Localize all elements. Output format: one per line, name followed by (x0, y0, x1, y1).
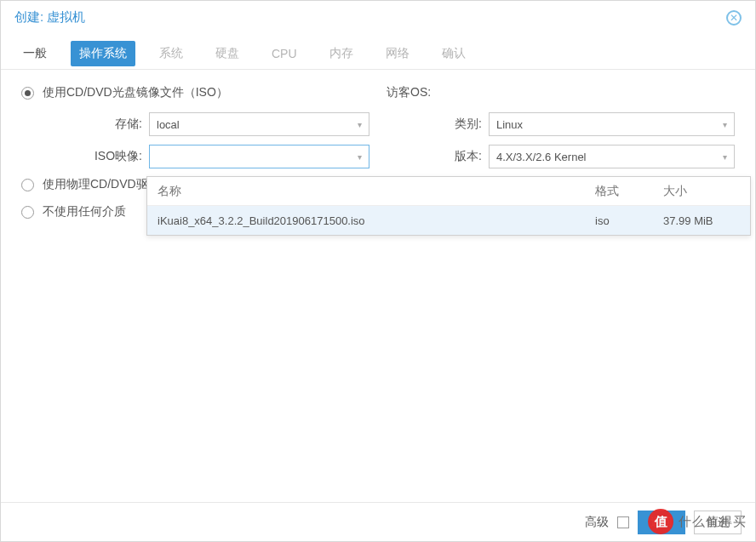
col-name-header: 名称 (158, 184, 595, 199)
guest-os-label: 访客OS: (387, 85, 431, 100)
iso-label: ISO映像: (21, 149, 149, 164)
tab-disk[interactable]: 硬盘 (207, 41, 248, 66)
osversion-row: 版本: 4.X/3.X/2.6 Kernel ▾ (387, 145, 735, 168)
tab-cpu[interactable]: CPU (263, 42, 306, 66)
iso-dropdown-row[interactable]: iKuai8_x64_3.2.2_Build201906171500.iso i… (147, 206, 750, 235)
osversion-value: 4.X/3.X/2.6 Kernel (496, 151, 587, 163)
advanced-label: 高级 (585, 515, 609, 530)
guest-os-heading-row: 访客OS: (387, 85, 735, 100)
watermark: 值 什么值得买 (648, 509, 747, 534)
advanced-checkbox[interactable] (617, 516, 629, 528)
iso-combo[interactable]: ▾ (149, 145, 369, 168)
radio-use-iso-label[interactable]: 使用CD/DVD光盘镜像文件（ISO） (43, 85, 228, 100)
tab-os[interactable]: 操作系统 (71, 41, 135, 66)
iso-dropdown-panel: 名称 格式 大小 iKuai8_x64_3.2.2_Build201906171… (146, 176, 751, 236)
storage-row: 存储: local ▾ (21, 112, 369, 136)
tab-system[interactable]: 系统 (151, 41, 192, 66)
ostype-row: 类别: Linux ▾ (387, 112, 735, 136)
storage-combo[interactable]: local ▾ (149, 112, 369, 136)
watermark-icon: 值 (648, 509, 673, 534)
ostype-label: 类别: (387, 117, 489, 132)
ostype-combo[interactable]: Linux ▾ (489, 112, 735, 136)
tab-memory[interactable]: 内存 (321, 41, 362, 66)
tab-network[interactable]: 网络 (377, 41, 418, 66)
wizard-tabbar: 一般 操作系统 系统 硬盘 CPU 内存 网络 确认 (1, 37, 755, 70)
chevron-down-icon: ▾ (723, 120, 727, 129)
osversion-combo[interactable]: 4.X/3.X/2.6 Kernel ▾ (489, 145, 735, 168)
iso-row: ISO映像: ▾ (21, 145, 369, 168)
chevron-down-icon: ▾ (358, 120, 362, 129)
iso-row-size: 37.99 MiB (663, 214, 740, 227)
create-vm-dialog: 创建: 虚拟机 ✕ 一般 操作系统 系统 硬盘 CPU 内存 网络 确认 使用C… (0, 0, 756, 542)
radio-use-physical[interactable] (21, 179, 34, 191)
watermark-text: 什么值得买 (679, 514, 747, 530)
radio-use-none[interactable] (21, 206, 34, 219)
col-format-header: 格式 (595, 184, 663, 199)
chevron-down-icon: ▾ (723, 152, 727, 162)
iso-dropdown-header: 名称 格式 大小 (147, 177, 750, 206)
dialog-footer: 高级 返回 前进 (1, 502, 755, 541)
radio-row-iso: 使用CD/DVD光盘镜像文件（ISO） (21, 85, 369, 100)
osversion-label: 版本: (387, 149, 489, 164)
storage-value: local (157, 118, 180, 131)
radio-use-none-label[interactable]: 不使用任何介质 (43, 204, 126, 220)
dialog-header: 创建: 虚拟机 ✕ (1, 1, 755, 31)
close-icon[interactable]: ✕ (726, 10, 742, 26)
radio-use-iso[interactable] (21, 87, 34, 100)
tab-confirm[interactable]: 确认 (433, 41, 474, 66)
iso-row-format: iso (595, 214, 663, 227)
col-size-header: 大小 (663, 184, 740, 199)
iso-row-name: iKuai8_x64_3.2.2_Build201906171500.iso (158, 214, 595, 227)
tab-general[interactable]: 一般 (14, 41, 55, 66)
dialog-title: 创建: 虚拟机 (14, 9, 85, 26)
chevron-down-icon: ▾ (358, 152, 362, 162)
ostype-value: Linux (496, 118, 523, 131)
storage-label: 存储: (21, 117, 149, 132)
